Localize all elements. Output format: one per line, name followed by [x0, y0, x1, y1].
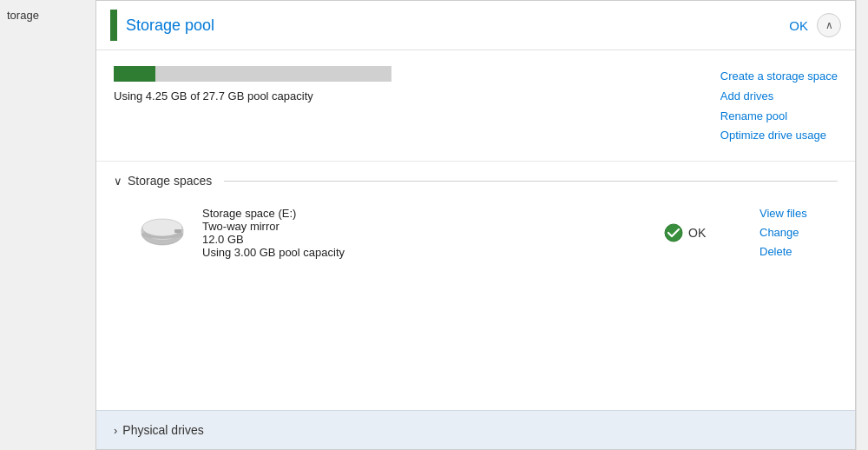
section-divider — [224, 181, 838, 182]
ok-status-icon — [664, 223, 683, 242]
collapse-button[interactable]: ∧ — [817, 13, 841, 37]
space-info: Storage space (E:) Two-way mirror 12.0 G… — [202, 207, 647, 259]
storage-spaces-header: ∨ Storage spaces — [114, 174, 838, 188]
capacity-section: Using 4.25 GB of 27.7 GB pool capacity C… — [96, 50, 855, 162]
physical-drives-title: Physical drives — [122, 423, 203, 437]
capacity-actions: Create a storage space Add drives Rename… — [720, 66, 838, 145]
panel-header: Storage pool OK ∧ — [96, 1, 855, 50]
optimize-drive-link[interactable]: Optimize drive usage — [720, 127, 826, 145]
physical-drives-section[interactable]: › Physical drives — [96, 410, 855, 449]
capacity-left: Using 4.25 GB of 27.7 GB pool capacity — [114, 66, 720, 103]
main-panel: Storage pool OK ∧ Using 4.25 GB of 27.7 … — [95, 0, 856, 450]
space-actions: View files Change Delete — [760, 205, 838, 261]
svg-point-6 — [142, 219, 182, 236]
progress-bar-fill — [114, 66, 155, 82]
green-bar-icon — [110, 10, 117, 41]
header-ok-status: OK — [789, 18, 808, 33]
view-files-link[interactable]: View files — [760, 205, 807, 223]
storage-space-item: Storage space (E:) Two-way mirror 12.0 G… — [114, 202, 838, 264]
space-name: Storage space (E:) — [202, 207, 647, 220]
space-size: 12.0 GB — [202, 233, 647, 246]
drive-icon — [140, 217, 185, 248]
add-drives-link[interactable]: Add drives — [720, 88, 773, 106]
space-usage: Using 3.00 GB pool capacity — [202, 246, 647, 259]
svg-rect-7 — [174, 229, 181, 233]
header-right: OK ∧ — [789, 13, 841, 37]
scrollbar[interactable] — [856, 0, 868, 450]
storage-spaces-title: Storage spaces — [128, 174, 212, 188]
panel-title: Storage pool — [126, 17, 214, 35]
sidebar: torage — [0, 0, 95, 450]
delete-link[interactable]: Delete — [760, 243, 792, 261]
rename-pool-link[interactable]: Rename pool — [720, 108, 787, 126]
change-link[interactable]: Change — [760, 224, 799, 242]
sidebar-label: torage — [7, 9, 39, 22]
create-storage-space-link[interactable]: Create a storage space — [720, 68, 838, 86]
space-status-text: OK — [688, 226, 706, 240]
physical-drives-expand-icon[interactable]: › — [114, 424, 117, 437]
space-status: OK — [664, 223, 742, 242]
expand-icon[interactable]: ∨ — [114, 175, 122, 188]
chevron-up-icon: ∧ — [825, 19, 833, 31]
space-type: Two-way mirror — [202, 220, 647, 233]
storage-spaces-section: ∨ Storage spaces — [96, 162, 855, 410]
capacity-text: Using 4.25 GB of 27.7 GB pool capacity — [114, 89, 313, 103]
header-left: Storage pool — [110, 10, 214, 41]
progress-bar-container — [114, 66, 391, 82]
